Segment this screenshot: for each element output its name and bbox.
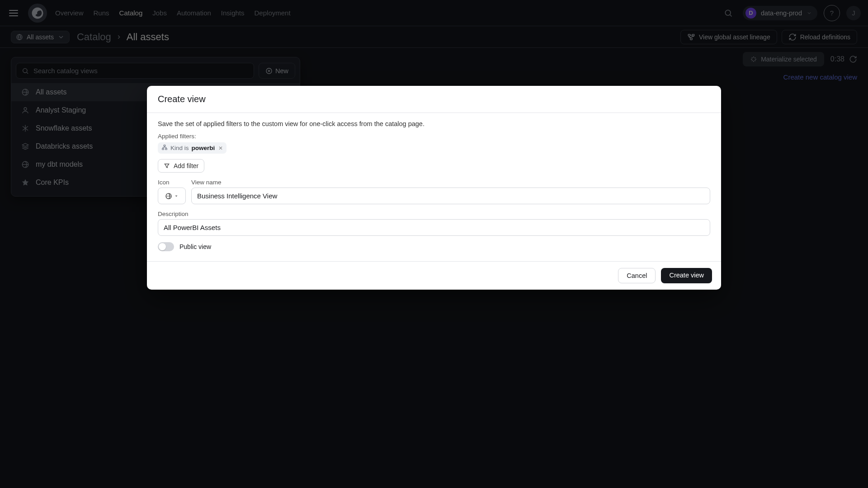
applied-filters-label: Applied filters:	[158, 133, 710, 140]
cancel-button[interactable]: Cancel	[618, 268, 656, 283]
svg-rect-10	[164, 145, 165, 146]
filter-chip-remove[interactable]: ✕	[218, 145, 223, 151]
icon-picker[interactable]	[158, 188, 186, 204]
public-view-toggle-label: Public view	[179, 243, 211, 250]
filter-chip-kind: Kind is powerbi ✕	[158, 142, 226, 154]
description-field-label: Description	[158, 211, 710, 217]
modal-title: Create view	[147, 86, 721, 113]
globe-icon	[165, 192, 172, 200]
add-filter-label: Add filter	[174, 162, 198, 169]
modal-overlay[interactable]: Create view Save the set of applied filt…	[0, 0, 868, 488]
add-filter-button[interactable]: Add filter	[158, 159, 204, 173]
svg-rect-12	[165, 148, 167, 150]
description-input[interactable]	[158, 219, 710, 236]
filter-chip-prefix: Kind is	[170, 145, 189, 151]
icon-field-label: Icon	[158, 179, 186, 186]
create-view-button[interactable]: Create view	[661, 268, 712, 283]
caret-down-icon	[174, 194, 179, 198]
filter-icon	[164, 163, 170, 169]
filter-chip-value: powerbi	[192, 145, 215, 151]
view-name-field-label: View name	[191, 179, 710, 186]
svg-rect-11	[162, 148, 164, 150]
modal-instructions: Save the set of applied filters to the c…	[158, 120, 710, 127]
public-view-toggle[interactable]	[158, 242, 174, 251]
hierarchy-icon	[161, 144, 168, 152]
view-name-input[interactable]	[191, 188, 710, 204]
create-view-modal: Create view Save the set of applied filt…	[147, 86, 721, 290]
